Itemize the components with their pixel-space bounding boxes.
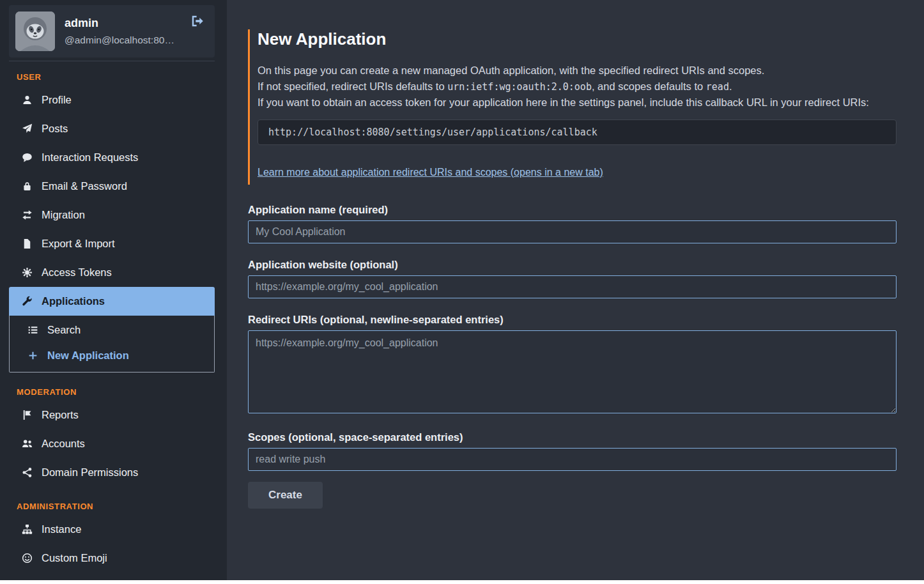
section-label-administration: ADMINISTRATION: [17, 502, 215, 511]
sidebar-item-applications[interactable]: Applications: [9, 287, 215, 316]
application-website-label: Application website (optional): [248, 259, 897, 271]
sidebar: admin @admin@localhost:80… USER Profile …: [0, 0, 227, 580]
page-intro: New Application On this page you can cre…: [248, 29, 897, 185]
sidebar-item-label: Interaction Requests: [42, 151, 138, 164]
user-card: admin @admin@localhost:80…: [9, 5, 215, 58]
intro-text-part: If not specified, redirect URIs defaults…: [258, 81, 447, 92]
comment-icon: [20, 152, 33, 163]
sidebar-item-instance[interactable]: Instance: [9, 515, 215, 544]
application-name-label: Application name (required): [248, 204, 897, 216]
lock-icon: [20, 181, 33, 192]
share-nodes-icon: [20, 467, 33, 478]
sidebar-item-email-password[interactable]: Email & Password: [9, 172, 215, 201]
sidebar-item-profile[interactable]: Profile: [9, 86, 215, 114]
scopes-input[interactable]: [248, 448, 897, 471]
sidebar-item-actions[interactable]: Actions: [9, 572, 215, 580]
learn-more-link[interactable]: Learn more about application redirect UR…: [258, 167, 603, 178]
sidebar-item-interaction-requests[interactable]: Interaction Requests: [9, 143, 215, 172]
main-content: New Application On this page you can cre…: [227, 0, 924, 580]
submenu-item-new-application[interactable]: New Application: [10, 342, 214, 368]
sloth-avatar: [15, 12, 55, 51]
sidebar-item-label: Custom Emoji: [42, 552, 107, 564]
intro-line-1: On this page you can create a new manage…: [258, 63, 897, 79]
intro-line-2: If not specified, redirect URIs defaults…: [258, 79, 897, 95]
sidebar-item-label: Instance: [42, 523, 81, 535]
plus-icon: [26, 350, 39, 361]
sidebar-item-reports[interactable]: Reports: [9, 401, 215, 429]
sidebar-item-label: Domain Permissions: [42, 466, 138, 479]
redirect-uris-label: Redirect URIs (optional, newline-separat…: [248, 314, 897, 326]
intro-line-3: If you want to obtain an access token fo…: [258, 95, 897, 111]
sidebar-item-custom-emoji[interactable]: Custom Emoji: [9, 544, 215, 572]
transfer-arrows-icon: [20, 210, 33, 220]
user-avatar: [15, 12, 55, 51]
settings-app: admin @admin@localhost:80… USER Profile …: [0, 0, 924, 580]
file-icon: [20, 238, 33, 249]
inline-code-oob: urn:ietf:wg:oauth:2.0:oob: [447, 81, 592, 93]
section-label-moderation: MODERATION: [17, 387, 215, 397]
user-meta: admin @admin@localhost:80…: [65, 17, 181, 46]
flag-icon: [20, 410, 33, 420]
sidebar-item-export-import[interactable]: Export & Import: [9, 229, 215, 258]
intro-text-part: , and scopes defaults to: [592, 81, 706, 92]
sidebar-item-label: Email & Password: [42, 180, 127, 192]
intro-text-part: .: [729, 81, 732, 92]
sidebar-item-posts[interactable]: Posts: [9, 114, 215, 143]
new-application-form: Application name (required) Application …: [248, 204, 897, 509]
sidebar-item-domain-permissions[interactable]: Domain Permissions: [9, 458, 215, 487]
inline-code-read: read: [706, 81, 729, 93]
users-icon: [20, 438, 33, 449]
sitemap-icon: [20, 524, 33, 535]
submenu-item-search[interactable]: Search: [10, 317, 214, 342]
sidebar-item-label: Export & Import: [42, 238, 115, 250]
user-name: admin: [65, 17, 181, 30]
gear-icon: [20, 267, 33, 278]
sidebar-item-accounts[interactable]: Accounts: [9, 429, 215, 458]
sidebar-item-label: Applications: [42, 295, 105, 307]
sidebar-item-access-tokens[interactable]: Access Tokens: [9, 258, 215, 287]
application-website-input[interactable]: [248, 275, 897, 298]
applications-submenu: Search New Application: [9, 316, 215, 373]
user-handle: @admin@localhost:80…: [65, 35, 181, 46]
sidebar-item-label: Accounts: [42, 438, 85, 450]
redirect-uris-textarea[interactable]: [248, 330, 897, 413]
submenu-item-label: Search: [47, 324, 81, 336]
sign-out-icon[interactable]: [190, 12, 208, 31]
application-name-input[interactable]: [248, 220, 897, 243]
smiley-icon: [20, 553, 33, 564]
list-icon: [26, 325, 39, 335]
tools-icon: [20, 296, 33, 307]
sidebar-item-label: Reports: [42, 409, 79, 421]
submenu-item-label: New Application: [47, 350, 129, 362]
section-label-user: USER: [17, 72, 215, 82]
user-icon: [20, 95, 33, 105]
sidebar-item-label: Posts: [42, 123, 68, 135]
sidebar-item-label: Migration: [42, 209, 85, 221]
sidebar-item-migration[interactable]: Migration: [9, 201, 215, 229]
paper-plane-icon: [20, 123, 33, 134]
page-title: New Application: [258, 29, 897, 49]
create-button[interactable]: Create: [248, 482, 323, 509]
sidebar-item-label: Access Tokens: [42, 266, 112, 279]
sidebar-item-label: Profile: [42, 94, 72, 106]
scopes-label: Scopes (optional, space-separated entrie…: [248, 431, 897, 443]
callback-url-codeblock: http://localhost:8080/settings/user/appl…: [258, 119, 897, 145]
